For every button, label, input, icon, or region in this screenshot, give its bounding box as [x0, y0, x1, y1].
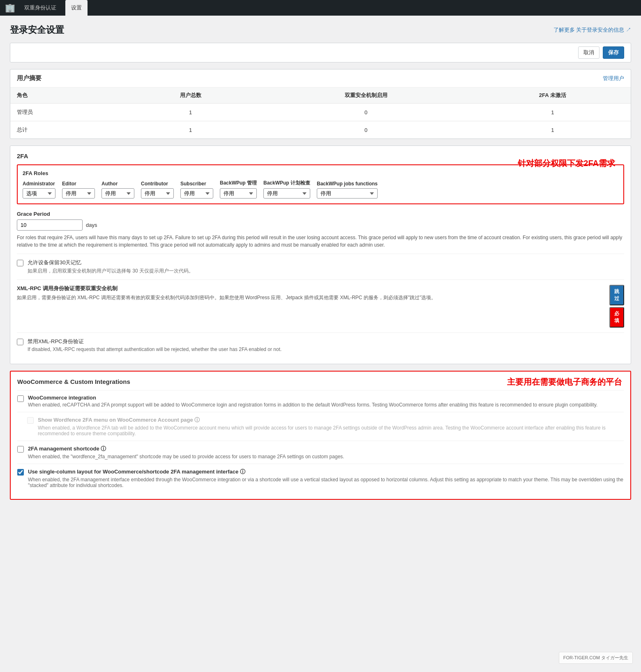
row-enabled: 0: [258, 104, 475, 121]
single-column-row: Use single-column layout for WooCommerce…: [17, 464, 624, 492]
learn-more-link[interactable]: 了解更多 关于登录安全的信息 ↗: [553, 26, 631, 34]
role-item-backwpup-check: BackWPup 计划检查 停用选项可选必填: [263, 180, 310, 199]
show-wordfence-menu-row: Show Wordfence 2FA menu on WooCommerce A…: [17, 412, 624, 441]
row-total: 1: [124, 104, 258, 121]
remember-device-checkbox[interactable]: [17, 260, 23, 266]
page-content: 登录安全设置 了解更多 关于登录安全的信息 ↗ 取消 保存 用户摘要 管理用户 …: [0, 16, 641, 515]
role-select-backwpup-check[interactable]: 停用选项可选必填: [263, 188, 310, 199]
roles-grid: Administrator 选项停用可选必填 Editor 停用选项可选必填 A…: [23, 180, 618, 199]
toolbar-bar: 取消 保存: [10, 43, 631, 62]
woo-integration-title: WooCommerce integration: [28, 395, 597, 401]
remember-device-title: 允许设备保留30天记忆: [28, 259, 194, 266]
roles-box: 针对部分权限下发2FA需求 2FA Roles Administrator 选项…: [17, 164, 624, 204]
col-enabled: 双重安全机制启用: [258, 88, 475, 104]
show-wordfence-menu-label-block: Show Wordfence 2FA menu on WooCommerce A…: [38, 416, 624, 436]
role-select-author[interactable]: 停用选项可选必填: [101, 188, 134, 199]
role-label-author: Author: [101, 181, 134, 187]
role-item-editor: Editor 停用选项可选必填: [62, 181, 95, 199]
xmlrpc-skip-badge[interactable]: 跳过: [609, 285, 624, 305]
woo-integration-checkbox[interactable]: [17, 395, 24, 402]
woo-annotation: 主要用在需要做电子商务的平台: [507, 376, 622, 388]
manage-users-link[interactable]: 管理用户: [603, 75, 624, 82]
row-role: 总计: [10, 121, 124, 139]
disable-xmlrpc-checkbox[interactable]: [17, 339, 23, 345]
user-summary-title: 用户摘要: [17, 74, 42, 82]
role-item-author: Author 停用选项可选必填: [101, 181, 134, 199]
roles-annotation: 针对部分权限下发2FA需求: [518, 158, 615, 169]
role-item-contributor: Contributor 停用选项可选必填: [141, 181, 174, 199]
row-total: 1: [124, 121, 258, 139]
xmlrpc-badges: 跳过 必填: [609, 285, 624, 328]
role-item-backwpup-admin: BackWPup 管理 停用选项可选必填: [220, 180, 257, 199]
woo-integration-row: WooCommerce integration When enabled, re…: [17, 390, 624, 412]
show-wordfence-menu-checkbox[interactable]: [27, 417, 34, 424]
table-row: 总计 1 0 1: [10, 121, 631, 139]
xmlrpc-row: XML-RPC 调用身份验证需要双重安全机制 如果启用，需要身份验证的 XML-…: [17, 279, 624, 333]
role-label-administrator: Administrator: [23, 181, 55, 187]
user-summary-header: 用户摘要 管理用户: [10, 69, 631, 88]
grace-period-input[interactable]: 10: [17, 219, 83, 231]
role-select-editor[interactable]: 停用选项可选必填: [62, 188, 95, 199]
role-select-backwpup-jobs[interactable]: 停用选项可选必填: [317, 188, 378, 199]
role-select-subscriber[interactable]: 停用选项可选必填: [180, 188, 213, 199]
remember-device-row: 允许设备保留30天记忆 如果启用，启用双重安全机制的用户可以选择每 30 天仅提…: [17, 254, 624, 279]
table-row: 管理员 1 0 1: [10, 104, 631, 121]
tab-2fa[interactable]: 双重身份认证: [18, 0, 62, 16]
save-button[interactable]: 保存: [603, 46, 624, 59]
role-item-subscriber: Subscriber 停用选项可选必填: [180, 181, 213, 199]
disable-xmlrpc-desc: If disabled, XML-RPC requests that attem…: [28, 346, 281, 352]
xmlrpc-required-badge[interactable]: 必填: [609, 307, 624, 328]
role-label-editor: Editor: [62, 181, 95, 187]
grace-period-desc: For roles that require 2FA, users will h…: [17, 234, 624, 249]
shortcode-label-block: 2FA management shortcode ⓘ When enabled,…: [28, 445, 344, 460]
role-select-contributor[interactable]: 停用选项可选必填: [141, 188, 174, 199]
col-total: 用户总数: [124, 88, 258, 104]
disable-xmlrpc-row: 禁用XML-RPC身份验证 If disabled, XML-RPC reque…: [17, 333, 624, 357]
col-inactive: 2FA 未激活: [475, 88, 631, 104]
app-logo: 🏢: [5, 3, 15, 13]
grace-period-unit: days: [86, 222, 97, 228]
woo-integration-desc: When enabled, reCAPTCHA and 2FA prompt s…: [28, 402, 597, 408]
app-header: 🏢 双重身份认证 设置: [0, 0, 641, 16]
show-wordfence-menu-title: Show Wordfence 2FA menu on WooCommerce A…: [38, 416, 624, 424]
remember-device-label-block: 允许设备保留30天记忆 如果启用，启用双重安全机制的用户可以选择每 30 天仅提…: [28, 259, 194, 275]
shortcode-checkbox[interactable]: [17, 446, 24, 453]
roles-box-title: 2FA Roles: [23, 170, 618, 176]
role-select-backwpup-admin[interactable]: 停用选项可选必填: [220, 188, 257, 199]
role-select-administrator[interactable]: 选项停用可选必填: [23, 188, 55, 199]
row-inactive: 1: [475, 104, 631, 121]
shortcode-desc: When enabled, the "wordfence_2fa_managem…: [28, 454, 344, 460]
disable-xmlrpc-title: 禁用XML-RPC身份验证: [28, 338, 281, 345]
grace-period-block: Grace Period 10 days For roles that requ…: [17, 211, 624, 249]
grace-period-row: 10 days: [17, 219, 624, 231]
role-label-subscriber: Subscriber: [180, 181, 213, 187]
woo-section-title: WooCommerce & Custom Integrations: [17, 378, 130, 385]
page-title: 登录安全设置: [10, 24, 64, 36]
role-label-backwpup-check: BackWPup 计划检查: [263, 180, 310, 187]
shortcode-title: 2FA management shortcode ⓘ: [28, 445, 344, 453]
tab-settings[interactable]: 设置: [65, 0, 88, 16]
role-label-backwpup-admin: BackWPup 管理: [220, 180, 257, 187]
single-column-label-block: Use single-column layout for WooCommerce…: [28, 468, 624, 488]
user-summary-section: 用户摘要 管理用户 角色 用户总数 双重安全机制启用 2FA 未激活 管理员 1…: [10, 69, 631, 139]
row-role: 管理员: [10, 104, 124, 121]
show-wordfence-menu-desc: When enabled, a Wordfence 2FA tab will b…: [38, 425, 624, 436]
row-inactive: 1: [475, 121, 631, 139]
user-summary-table: 角色 用户总数 双重安全机制启用 2FA 未激活 管理员 1 0 1 总计 1 …: [10, 88, 631, 139]
woocommerce-section: WooCommerce & Custom Integrations 主要用在需要…: [10, 371, 631, 500]
single-column-title: Use single-column layout for WooCommerce…: [28, 468, 624, 476]
xmlrpc-desc: 如果启用，需要身份验证的 XML-RPC 调用还需要将有效的双重安全机制代码添加…: [17, 294, 604, 301]
cancel-button[interactable]: 取消: [578, 46, 599, 59]
2fa-section: 2FA 针对部分权限下发2FA需求 2FA Roles Administrato…: [10, 145, 631, 364]
col-role: 角色: [10, 88, 124, 104]
xmlrpc-content: XML-RPC 调用身份验证需要双重安全机制 如果启用，需要身份验证的 XML-…: [17, 285, 604, 328]
role-item-administrator: Administrator 选项停用可选必填: [23, 181, 55, 199]
xmlrpc-title: XML-RPC 调用身份验证需要双重安全机制: [17, 285, 604, 292]
grace-period-label: Grace Period: [17, 211, 624, 217]
single-column-desc: When enabled, the 2FA management interfa…: [28, 477, 624, 488]
woo-integration-label-block: WooCommerce integration When enabled, re…: [28, 395, 597, 408]
disable-xmlrpc-label-block: 禁用XML-RPC身份验证 If disabled, XML-RPC reque…: [28, 338, 281, 352]
role-label-backwpup-jobs: BackWPup jobs functions: [317, 181, 378, 187]
single-column-checkbox[interactable]: [17, 469, 24, 476]
role-item-backwpup-jobs: BackWPup jobs functions 停用选项可选必填: [317, 181, 378, 199]
